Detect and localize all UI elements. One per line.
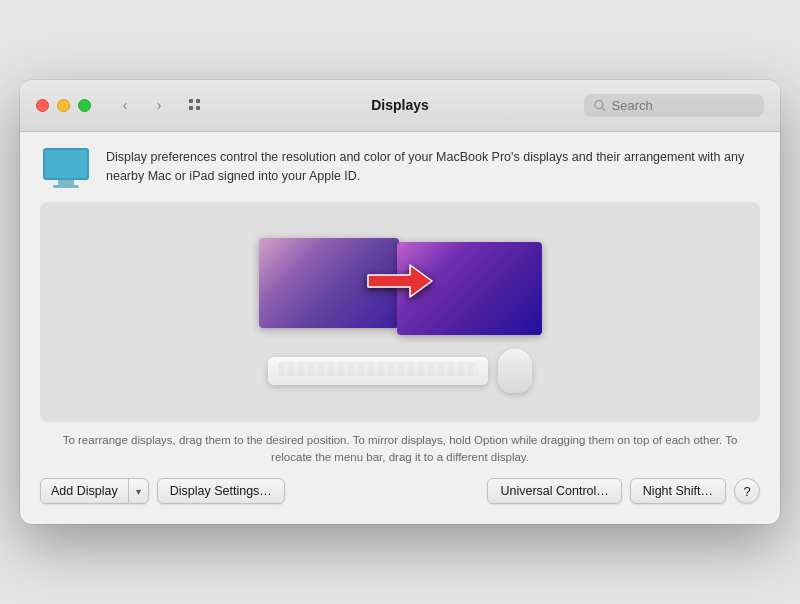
- chevron-down-icon: ▾: [129, 479, 148, 503]
- grid-button[interactable]: [181, 94, 209, 116]
- search-input[interactable]: [612, 98, 754, 113]
- keyboard-image: [268, 357, 488, 385]
- minimize-button[interactable]: [57, 99, 70, 112]
- universal-control-button[interactable]: Universal Control…: [487, 478, 621, 504]
- add-display-button[interactable]: Add Display ▾: [40, 478, 149, 504]
- nav-buttons: ‹ ›: [111, 94, 173, 116]
- help-text: To rearrange displays, drag them to the …: [40, 432, 760, 467]
- display-thumb-1[interactable]: [259, 238, 399, 328]
- maximize-button[interactable]: [78, 99, 91, 112]
- peripherals-area: [268, 349, 532, 393]
- window-title: Displays: [371, 97, 429, 113]
- main-window: ‹ › Displays: [20, 80, 780, 525]
- info-row: Display preferences control the resoluti…: [40, 148, 760, 188]
- search-icon: [594, 99, 606, 112]
- mouse-image: [498, 349, 532, 393]
- forward-button[interactable]: ›: [145, 94, 173, 116]
- display-gradient-2: [397, 242, 542, 335]
- svg-line-5: [602, 107, 605, 110]
- display-thumb-2[interactable]: [397, 242, 542, 335]
- search-bar[interactable]: [584, 94, 764, 117]
- traffic-lights: [36, 99, 91, 112]
- display-screen: [43, 148, 89, 180]
- display-base: [53, 185, 79, 188]
- display-area: [40, 202, 760, 422]
- svg-rect-1: [196, 99, 200, 103]
- titlebar: ‹ › Displays: [20, 80, 780, 132]
- svg-rect-3: [196, 106, 200, 110]
- svg-rect-0: [189, 99, 193, 103]
- back-button[interactable]: ‹: [111, 94, 139, 116]
- display-gradient-1: [259, 238, 399, 328]
- night-shift-button[interactable]: Night Shift…: [630, 478, 726, 504]
- help-button[interactable]: ?: [734, 478, 760, 504]
- display-settings-button[interactable]: Display Settings…: [157, 478, 285, 504]
- content-area: Display preferences control the resoluti…: [20, 132, 780, 525]
- add-display-label: Add Display: [41, 479, 129, 503]
- svg-rect-2: [189, 106, 193, 110]
- info-text: Display preferences control the resoluti…: [106, 148, 760, 186]
- display-icon: [40, 148, 92, 188]
- close-button[interactable]: [36, 99, 49, 112]
- displays-container: [259, 230, 542, 335]
- bottom-buttons: Add Display ▾ Display Settings… Universa…: [40, 466, 760, 508]
